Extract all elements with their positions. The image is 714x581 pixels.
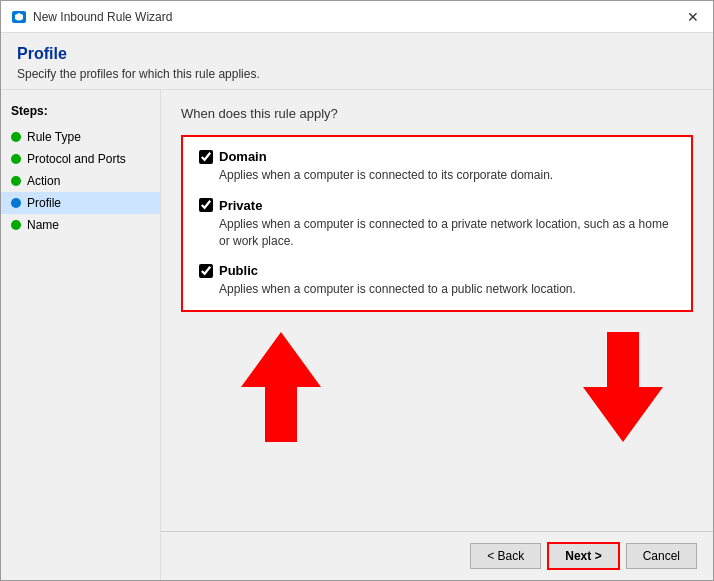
private-checkbox[interactable] <box>199 198 213 212</box>
body-content: When does this rule apply? Domain Applie… <box>161 90 713 531</box>
domain-name: Domain <box>219 149 267 164</box>
header-row: Profile Specify the profiles for which t… <box>1 33 713 90</box>
page-title: Profile <box>17 45 260 63</box>
step-indicator-profile <box>11 198 21 208</box>
footer: < Back Next > Cancel <box>161 531 713 580</box>
public-name: Public <box>219 263 258 278</box>
sidebar-item-label-profile: Profile <box>27 196 61 210</box>
back-button[interactable]: < Back <box>470 543 541 569</box>
content-area: Steps: Rule Type Protocol and Ports Acti… <box>1 90 713 580</box>
step-indicator-action <box>11 176 21 186</box>
question-text: When does this rule apply? <box>181 106 693 121</box>
sidebar: Steps: Rule Type Protocol and Ports Acti… <box>1 90 161 580</box>
private-name: Private <box>219 198 262 213</box>
domain-checkbox[interactable] <box>199 150 213 164</box>
domain-desc: Applies when a computer is connected to … <box>219 167 675 184</box>
page-subtitle: Specify the profiles for which this rule… <box>17 67 260 81</box>
profile-option-public: Public Applies when a computer is connec… <box>199 263 675 298</box>
profile-option-domain: Domain Applies when a computer is connec… <box>199 149 675 184</box>
step-indicator-rule-type <box>11 132 21 142</box>
profile-option-private: Private Applies when a computer is conne… <box>199 198 675 250</box>
sidebar-item-rule-type[interactable]: Rule Type <box>1 126 160 148</box>
step-indicator-protocol-ports <box>11 154 21 164</box>
profiles-box: Domain Applies when a computer is connec… <box>181 135 693 312</box>
body-section: When does this rule apply? Domain Applie… <box>161 90 713 580</box>
title-bar: New Inbound Rule Wizard ✕ <box>1 1 713 33</box>
private-desc: Applies when a computer is connected to … <box>219 216 675 250</box>
arrow-down-head <box>583 387 663 442</box>
arrow-down <box>583 332 663 442</box>
sidebar-item-action[interactable]: Action <box>1 170 160 192</box>
profile-option-header-private: Private <box>199 198 675 213</box>
sidebar-item-label-action: Action <box>27 174 60 188</box>
title-bar-left: New Inbound Rule Wizard <box>11 9 172 25</box>
cancel-button[interactable]: Cancel <box>626 543 697 569</box>
sidebar-header: Steps: <box>1 100 160 126</box>
public-desc: Applies when a computer is connected to … <box>219 281 675 298</box>
sidebar-item-label-protocol-ports: Protocol and Ports <box>27 152 126 166</box>
arrows-area <box>181 322 693 452</box>
arrow-up <box>241 332 321 442</box>
step-indicator-name <box>11 220 21 230</box>
window: New Inbound Rule Wizard ✕ Profile Specif… <box>0 0 714 581</box>
sidebar-item-profile[interactable]: Profile <box>1 192 160 214</box>
arrow-down-shaft <box>607 332 639 387</box>
page-header: Profile Specify the profiles for which t… <box>1 33 276 89</box>
next-button[interactable]: Next > <box>547 542 619 570</box>
sidebar-item-protocol-ports[interactable]: Protocol and Ports <box>1 148 160 170</box>
sidebar-item-label-name: Name <box>27 218 59 232</box>
close-icon[interactable]: ✕ <box>683 9 703 25</box>
arrow-up-head <box>241 332 321 387</box>
profile-option-header-domain: Domain <box>199 149 675 164</box>
sidebar-item-label-rule-type: Rule Type <box>27 130 81 144</box>
firewall-icon <box>11 9 27 25</box>
profile-option-header-public: Public <box>199 263 675 278</box>
arrow-up-shaft <box>265 387 297 442</box>
title-bar-text: New Inbound Rule Wizard <box>33 10 172 24</box>
public-checkbox[interactable] <box>199 264 213 278</box>
sidebar-item-name[interactable]: Name <box>1 214 160 236</box>
